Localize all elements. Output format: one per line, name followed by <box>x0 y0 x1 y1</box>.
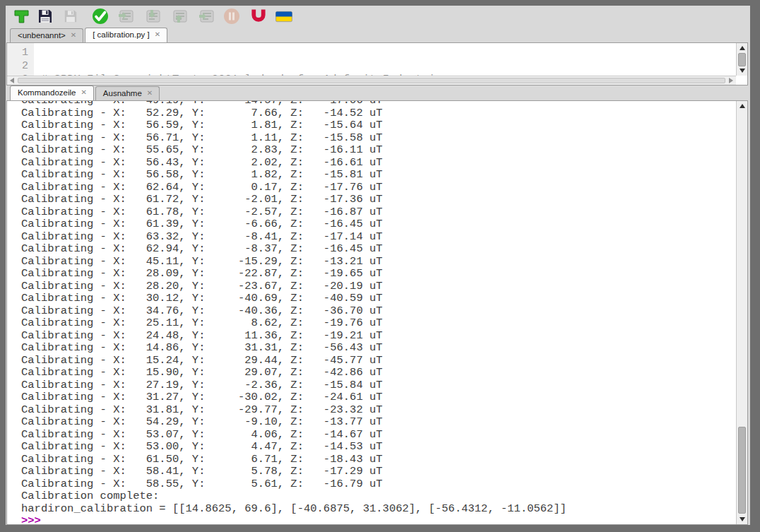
tab-unbenannt-label: <unbenannt> <box>18 31 66 40</box>
tab-unbenannt[interactable]: <unbenannt> ✕ <box>10 28 83 42</box>
tab-ausnahme[interactable]: Ausnahme ✕ <box>95 86 160 100</box>
scroll-down-arrow-icon[interactable] <box>737 514 747 524</box>
scroll-up-arrow-icon[interactable] <box>737 43 747 53</box>
stop-icon[interactable] <box>250 8 267 25</box>
step-into-icon <box>144 8 161 25</box>
editor-text-area[interactable]: 1 2 3 # SPDX-FileCopyrightText: 2021 lad… <box>7 43 736 76</box>
scroll-up-arrow-icon[interactable] <box>737 101 747 111</box>
save-icon[interactable] <box>37 8 54 25</box>
shell-output-text: Calibrating - X: 49.19, Y: 14.57, Z: -17… <box>7 101 736 524</box>
close-icon[interactable]: ✕ <box>147 90 153 97</box>
tab-calibration-py[interactable]: [ calibration.py ] ✕ <box>85 28 167 42</box>
editor-hscroll-thumb[interactable] <box>18 78 725 83</box>
save-disabled-icon <box>62 8 79 25</box>
tab-kommandozeile[interactable]: Kommandozeile ✕ <box>10 85 94 100</box>
close-icon[interactable]: ✕ <box>155 31 160 38</box>
tab-calibration-py-label: [ calibration.py ] <box>93 30 150 39</box>
editor-horizontal-scrollbar[interactable] <box>7 76 736 85</box>
editor-vertical-scrollbar[interactable] <box>736 43 747 76</box>
close-icon[interactable]: ✕ <box>71 32 76 39</box>
line-number: 1 <box>7 46 28 59</box>
close-icon[interactable]: ✕ <box>81 89 86 96</box>
app-window: <unbenannt> ✕ [ calibration.py ] ✕ 1 2 3… <box>6 6 750 525</box>
console-vertical-scrollbar[interactable] <box>736 101 747 524</box>
new-green-t-icon[interactable] <box>13 8 30 25</box>
tab-kommandozeile-label: Kommandozeile <box>18 88 76 97</box>
ukraine-flag-icon[interactable] <box>275 8 292 25</box>
app-window-frame: <unbenannt> ✕ [ calibration.py ] ✕ 1 2 3… <box>0 0 760 532</box>
tab-ausnahme-label: Ausnahme <box>103 89 142 97</box>
line-number: 2 <box>7 59 28 73</box>
pause-disabled-icon <box>223 8 240 25</box>
editor-vscroll-thumb[interactable] <box>738 53 746 66</box>
scroll-left-arrow-icon[interactable] <box>7 76 17 85</box>
shell-output-area[interactable]: Calibrating - X: 49.19, Y: 14.57, Z: -17… <box>7 101 736 524</box>
scroll-down-arrow-icon[interactable] <box>737 66 747 76</box>
scroll-right-arrow-icon[interactable] <box>726 76 736 85</box>
editor-code[interactable]: # SPDX-FileCopyrightText: 2021 ladyada f… <box>34 43 736 76</box>
calibration-output: Calibrating - X: 49.19, Y: 14.57, Z: -17… <box>21 101 566 515</box>
panel-tabbar: Kommandozeile ✕ Ausnahme ✕ <box>6 85 750 100</box>
step-resume-icon <box>198 8 215 25</box>
editor-tabbar: <unbenannt> ✕ [ calibration.py ] ✕ <box>6 27 750 42</box>
code-editor: 1 2 3 # SPDX-FileCopyrightText: 2021 lad… <box>6 42 748 85</box>
step-over-icon <box>117 8 134 25</box>
run-check-icon[interactable] <box>92 8 109 25</box>
console-vscroll-thumb[interactable] <box>738 427 746 514</box>
step-out-icon <box>171 8 188 25</box>
shell-console: Calibrating - X: 49.19, Y: 14.57, Z: -17… <box>6 100 748 525</box>
line-number-gutter: 1 2 3 <box>7 43 34 76</box>
toolbar <box>6 6 750 27</box>
shell-prompt: >>> <box>21 514 41 524</box>
